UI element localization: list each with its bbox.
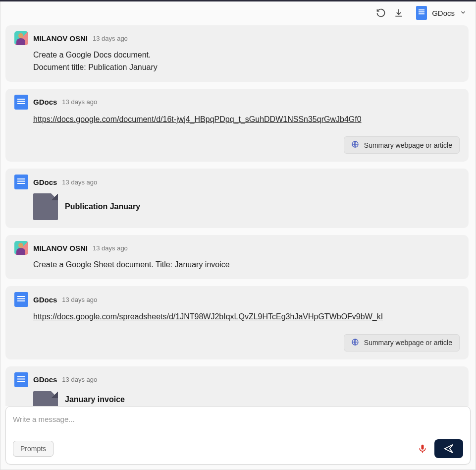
message-author: MILANOV OSNI [33, 244, 88, 252]
composer-area: Prompts [0, 406, 476, 470]
bot-avatar [14, 292, 28, 307]
bot-avatar [14, 372, 28, 387]
message-timestamp: 13 days ago [62, 98, 97, 106]
suggestion-chip[interactable]: Summary webpage or article [344, 136, 460, 154]
document-title: Publication January [65, 201, 140, 213]
suggestion-chip[interactable]: Summary webpage or article [344, 334, 460, 352]
message-author: GDocs [33, 295, 57, 304]
download-icon[interactable] [393, 7, 404, 18]
suggestion-row: Summary webpage or article [14, 136, 460, 154]
message-card: GDocs 13 days ago https://docs.google.co… [5, 286, 469, 359]
message-timestamp: 13 days ago [62, 178, 97, 186]
message-header: MILANOV OSNI 13 days ago [14, 241, 460, 255]
suggestion-label: Summary webpage or article [364, 141, 452, 149]
document-link[interactable]: https://docs.google.com/document/d/16t-j… [33, 115, 362, 123]
message-card: MILANOV OSNI 13 days ago Create a Google… [5, 25, 469, 82]
message-text-line: Create a Google Docs document. [33, 49, 460, 61]
gdocs-icon [416, 6, 427, 20]
refresh-icon[interactable] [375, 7, 386, 18]
topbar: GDocs [0, 1, 476, 24]
user-avatar [14, 241, 28, 255]
message-author: GDocs [33, 98, 57, 106]
message-author: GDocs [33, 178, 57, 186]
mic-icon[interactable] [418, 443, 427, 454]
message-timestamp: 13 days ago [62, 296, 97, 303]
document-title: January invoice [65, 394, 125, 406]
bot-avatar [14, 95, 28, 110]
svg-rect-2 [422, 445, 424, 450]
bot-avatar [14, 175, 28, 189]
message-card: GDocs 13 days ago January invoice [5, 366, 469, 406]
composer-toolbar: Prompts [13, 439, 463, 458]
message-body: https://docs.google.com/spreadsheets/d/1… [14, 311, 460, 323]
message-author: MILANOV OSNI [33, 34, 88, 43]
app-selector-label: GDocs [432, 9, 455, 17]
message-header: GDocs 13 days ago [14, 175, 460, 189]
send-area [418, 439, 463, 458]
message-author: GDocs [33, 375, 57, 384]
message-timestamp: 13 days ago [62, 376, 97, 383]
message-body: Create a Google Docs document. Document … [14, 49, 460, 74]
composer: Prompts [5, 406, 471, 465]
document-thumb-icon [33, 391, 58, 406]
message-timestamp: 13 days ago [93, 244, 128, 252]
chevron-down-icon [460, 9, 467, 17]
document-card[interactable]: Publication January [33, 193, 460, 220]
document-card[interactable]: January invoice [33, 391, 460, 406]
message-card: MILANOV OSNI 13 days ago Create a Google… [5, 235, 469, 279]
suggestion-label: Summary webpage or article [364, 339, 452, 347]
messages-scroll[interactable]: MILANOV OSNI 13 days ago Create a Google… [0, 24, 476, 406]
app-window: GDocs MILANOV OSNI 13 days ago Create a … [0, 1, 476, 470]
message-text-line: Document title: Publication January [33, 61, 460, 74]
prompts-button[interactable]: Prompts [13, 441, 53, 457]
message-timestamp: 13 days ago [93, 35, 128, 42]
message-header: GDocs 13 days ago [14, 372, 460, 387]
message-body: https://docs.google.com/document/d/16t-j… [14, 114, 460, 126]
globe-icon [351, 140, 359, 150]
document-thumb-icon [33, 193, 58, 220]
message-card: GDocs 13 days ago https://docs.google.co… [5, 89, 469, 162]
message-body: Create a Google Sheet document. Title: J… [14, 259, 460, 271]
message-card: GDocs 13 days ago Publication January [5, 169, 469, 228]
user-avatar [14, 31, 28, 45]
message-header: GDocs 13 days ago [14, 292, 460, 307]
message-header: GDocs 13 days ago [14, 95, 460, 110]
message-text-line: Create a Google Sheet document. Title: J… [33, 259, 460, 271]
message-body: Publication January [14, 193, 460, 220]
suggestion-row: Summary webpage or article [14, 334, 460, 352]
app-selector[interactable]: GDocs [411, 6, 467, 20]
globe-icon [351, 338, 359, 348]
send-button[interactable] [434, 439, 463, 458]
message-input[interactable] [13, 412, 463, 425]
message-body: January invoice [14, 391, 460, 406]
document-link[interactable]: https://docs.google.com/spreadsheets/d/1… [33, 312, 383, 321]
message-header: MILANOV OSNI 13 days ago [14, 31, 460, 45]
